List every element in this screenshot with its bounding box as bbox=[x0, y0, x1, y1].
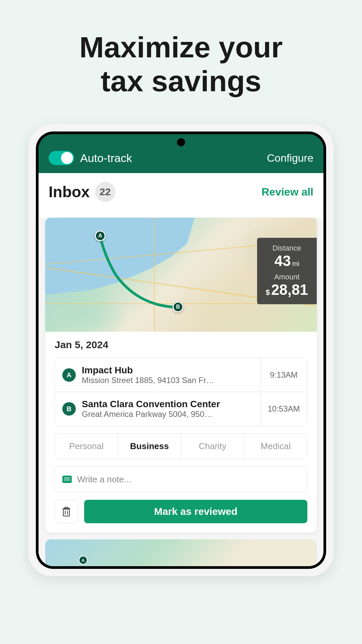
category-tabs: Personal Business Charity Medical bbox=[55, 433, 307, 459]
inbox-count-badge: 22 bbox=[95, 182, 115, 202]
location-start-name: Impact Hub bbox=[82, 365, 254, 376]
camera-notch bbox=[177, 138, 185, 146]
map-stats-overlay: Distance 43mi Amount $28,81 bbox=[257, 238, 317, 304]
review-all-link[interactable]: Review all bbox=[261, 186, 313, 198]
category-charity[interactable]: Charity bbox=[181, 434, 244, 459]
category-medical[interactable]: Medical bbox=[244, 434, 307, 459]
location-end[interactable]: B Santa Clara Convention Center Great Am… bbox=[55, 392, 307, 426]
promo-title: Maximize your tax savings bbox=[0, 0, 362, 98]
peek-map: A bbox=[45, 539, 317, 566]
inbox-bar: Inbox 22 Review all bbox=[39, 173, 323, 211]
inbox-left: Inbox 22 bbox=[49, 182, 115, 202]
locations-list: A Impact Hub Mission Street 1885, 94103 … bbox=[55, 358, 307, 426]
configure-link[interactable]: Configure bbox=[267, 152, 313, 164]
map-marker-b[interactable]: B bbox=[173, 302, 183, 312]
trip-map[interactable]: A B Distance 43mi Amount bbox=[45, 218, 317, 332]
location-end-address: Great America Parkway 5004, 950… bbox=[82, 410, 254, 419]
note-icon bbox=[62, 476, 72, 484]
content-area: A B Distance 43mi Amount bbox=[39, 218, 323, 566]
category-business[interactable]: Business bbox=[118, 434, 181, 459]
location-start-time: 9:13AM bbox=[260, 358, 307, 392]
category-personal[interactable]: Personal bbox=[55, 434, 118, 459]
location-start[interactable]: A Impact Hub Mission Street 1885, 94103 … bbox=[55, 358, 307, 392]
location-end-name: Santa Clara Convention Center bbox=[82, 399, 254, 410]
header-left: Auto-track bbox=[49, 151, 132, 165]
location-start-info: Impact Hub Mission Street 1885, 94103 Sa… bbox=[82, 365, 254, 385]
location-start-address: Mission Street 1885, 94103 San Fr… bbox=[82, 376, 254, 385]
peek-marker-a: A bbox=[79, 556, 87, 565]
mark-reviewed-button[interactable]: Mark as reviewed bbox=[84, 500, 307, 523]
amount-value: $28,81 bbox=[266, 281, 308, 298]
note-placeholder: Write a note... bbox=[77, 474, 131, 485]
auto-track-toggle[interactable] bbox=[49, 151, 74, 165]
location-end-info: Santa Clara Convention Center Great Amer… bbox=[82, 399, 254, 419]
inbox-title: Inbox bbox=[49, 183, 90, 201]
location-end-time: 10:53AM bbox=[260, 392, 307, 426]
location-marker-b: B bbox=[62, 402, 76, 416]
auto-track-label: Auto-track bbox=[80, 152, 132, 165]
location-marker-a: A bbox=[62, 368, 76, 382]
phone-frame: Auto-track Configure Inbox 22 Review all bbox=[28, 124, 334, 576]
map-marker-a[interactable]: A bbox=[95, 230, 106, 241]
toggle-knob bbox=[61, 152, 73, 164]
svg-rect-0 bbox=[63, 509, 69, 516]
phone-bezel: Auto-track Configure Inbox 22 Review all bbox=[36, 131, 326, 569]
trip-date: Jan 5, 2024 bbox=[45, 332, 317, 358]
phone-screen: Auto-track Configure Inbox 22 Review all bbox=[39, 134, 323, 566]
distance-value: 43mi bbox=[266, 253, 308, 269]
note-input[interactable]: Write a note... bbox=[55, 467, 307, 492]
amount-label: Amount bbox=[266, 273, 308, 281]
distance-label: Distance bbox=[266, 244, 308, 253]
action-row: Mark as reviewed bbox=[55, 500, 307, 523]
trash-icon bbox=[62, 506, 71, 517]
delete-button[interactable] bbox=[55, 500, 78, 523]
trip-card: A B Distance 43mi Amount bbox=[45, 218, 317, 533]
next-trip-card-peek[interactable]: A bbox=[45, 539, 317, 566]
